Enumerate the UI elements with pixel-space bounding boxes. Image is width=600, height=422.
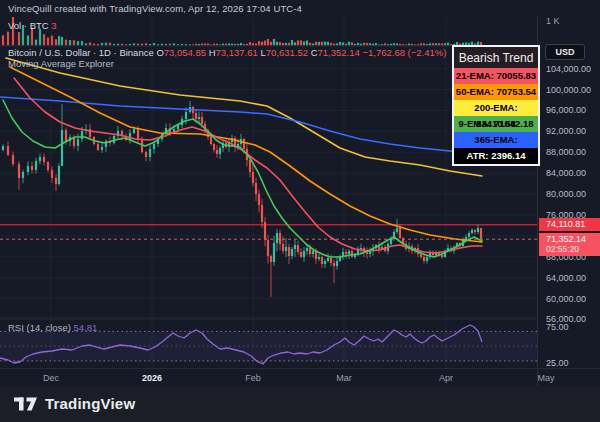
symbol-title: Bitcoin / U.S. Dollar · 1D · Binance (8, 47, 154, 58)
time-axis-month-label: Mar (336, 373, 352, 383)
indicator-legend[interactable]: Moving Average Explorer (8, 58, 114, 69)
price-line-badge: 74,110.81 (539, 218, 600, 231)
tradingview-logo[interactable]: TradingView (14, 395, 135, 412)
axis-tick-label: 25.00 (546, 358, 569, 368)
ema-panel-row: 200-EMA: 83410.58 (454, 100, 538, 116)
open-label: O (156, 47, 163, 58)
volume-axis-tick: 1 K (546, 16, 560, 26)
time-axis-month-label: Apr (439, 373, 453, 383)
axis-tick-label: 104,000.00 (546, 64, 591, 74)
bar-countdown: 02:55:20 (546, 244, 600, 254)
ema-panel-row: 21-EMA: 70055.83 (454, 68, 538, 84)
time-axis[interactable]: Dec2026FebMarAprMay (0, 368, 600, 387)
low-value: 70,631.52 (266, 47, 308, 58)
high-value: 73,137.61 (216, 47, 258, 58)
time-axis-month-label: 2026 (142, 373, 162, 383)
axis-tick-label: 80,000.00 (546, 189, 586, 199)
tradingview-wordmark: TradingView (45, 395, 135, 412)
close-value: 71,352.14 (318, 47, 360, 58)
time-axis-month-label: Feb (245, 373, 261, 383)
rsi-legend[interactable]: RSI (14, close) 54.81 (8, 322, 97, 333)
rsi-legend-label: RSI (14, close) (8, 322, 71, 333)
symbol-legend[interactable]: Bitcoin / U.S. Dollar · 1D · Binance O73… (8, 47, 446, 58)
attribution-text: VinceQuill created with TradingView.com,… (8, 3, 302, 14)
volume-legend[interactable]: Vol · BTC 3 (8, 20, 57, 31)
axis-tick-label: 88,000.00 (546, 147, 586, 157)
price-axis[interactable]: 1 K USD 104,000.00100,000.0096,000.0092,… (537, 17, 600, 386)
ema-panel-row: 9-EMA: 71042.18 (454, 116, 538, 132)
high-label: H (209, 47, 216, 58)
axis-tick-label: 64,000.00 (546, 273, 586, 283)
axis-tick-label: 92,000.00 (546, 126, 586, 136)
axis-tick-label: 60,000.00 (546, 294, 586, 304)
change-value: −1,762.68 (−2.41%) (362, 47, 446, 58)
last-price-badge: 71,352.14 02:55:20 (539, 233, 600, 256)
ema-rows: 21-EMA: 70055.8350-EMA: 70753.54200-EMA:… (454, 68, 538, 164)
ema-panel-row: 50-EMA: 70753.54 (454, 84, 538, 100)
tradingview-logo-icon (14, 396, 38, 412)
tradingview-chart-window: VinceQuill created with TradingView.com,… (0, 0, 600, 422)
volume-legend-value: 3 (51, 20, 56, 31)
last-price-value: 71,352.14 (546, 234, 600, 244)
bottom-bar: TradingView (0, 386, 600, 422)
axis-tick-label: 75.00 (546, 322, 569, 332)
ema-panel-row: ATR: 2396.14 (454, 148, 538, 164)
time-axis-month-label: Dec (43, 373, 59, 383)
open-value: 73,054.85 (164, 47, 206, 58)
axis-tick-label: 100,000.00 (546, 85, 591, 95)
ema-panel-row: 365-EMA: 87702.18 (454, 132, 538, 148)
currency-toggle-button[interactable]: USD (545, 44, 585, 60)
ema-summary-panel: Bearish Trend 21-EMA: 70055.8350-EMA: 70… (452, 45, 540, 166)
close-label: C (311, 47, 318, 58)
axis-tick-label: 96,000.00 (546, 105, 586, 115)
volume-legend-label: Vol · BTC (8, 20, 49, 31)
trend-title: Bearish Trend (454, 47, 538, 68)
axis-tick-label: 84,000.00 (546, 168, 586, 178)
rsi-legend-value: 54.81 (73, 322, 97, 333)
